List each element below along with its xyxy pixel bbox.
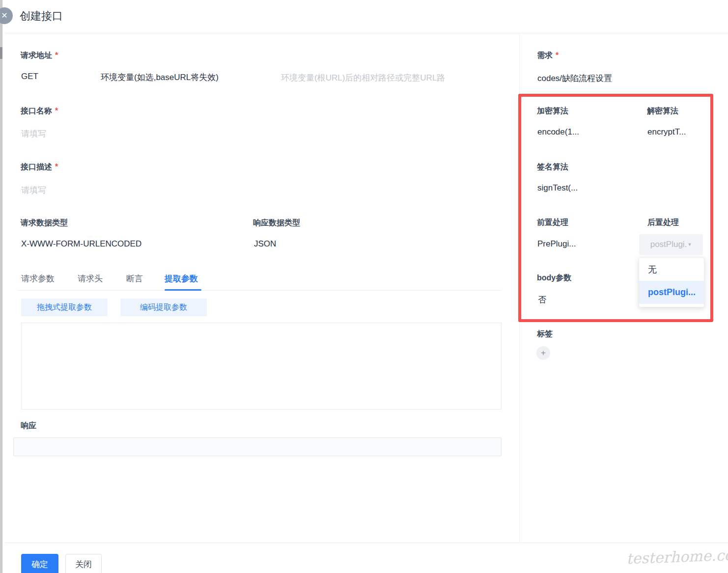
api-name-input[interactable]: 请填写 [21, 128, 46, 139]
column-divider [519, 33, 520, 543]
response-data-type-select[interactable]: JSON [254, 239, 276, 249]
drawer-panel: ✕ 创建接口 请求地址* GET 环境变量(如选,baseURL将失效) 环境变… [2, 0, 728, 573]
tab-extract-params[interactable]: 提取参数 [165, 273, 198, 284]
dropdown-option-none[interactable]: 无 [639, 258, 704, 281]
required-asterisk: * [55, 107, 58, 115]
signature-select[interactable]: signTest(... [537, 183, 578, 193]
dropdown-option-postplugin[interactable]: postPlugi... [639, 281, 704, 304]
post-process-selected-text: postPlugi. [650, 240, 687, 249]
response-label: 响应 [21, 421, 36, 431]
body-param-label: body参数 [537, 273, 571, 283]
page-title: 创建接口 [20, 9, 63, 24]
close-icon[interactable]: ✕ [0, 7, 13, 24]
signature-label: 签名算法 [537, 162, 568, 172]
create-api-dialog: ✕ 创建接口 请求地址* GET 环境变量(如选,baseURL将失效) 环境变… [0, 0, 728, 573]
decryption-label: 解密算法 [647, 106, 678, 116]
post-process-dropdown: 无 postPlugi... [639, 257, 704, 307]
request-url-label: 请求地址* [21, 51, 58, 61]
header-divider [5, 33, 728, 33]
add-tag-icon[interactable]: + [536, 346, 550, 360]
required-asterisk: * [55, 51, 58, 59]
post-process-select[interactable]: postPlugi. ▼ [639, 234, 703, 255]
response-input[interactable] [13, 437, 502, 456]
required-asterisk: * [556, 51, 559, 59]
decryption-select[interactable]: encryptT... [647, 127, 686, 137]
pre-process-select[interactable]: PrePlugi... [537, 239, 576, 249]
required-asterisk: * [55, 163, 58, 171]
requirement-select[interactable]: codes/缺陷流程设置 [537, 73, 612, 84]
tab-assertions[interactable]: 断言 [126, 273, 143, 284]
footer-divider [5, 543, 728, 543]
encode-extract-button[interactable]: 编码提取参数 [120, 299, 207, 316]
tab-baseline [17, 290, 502, 291]
request-data-type-select[interactable]: X-WWW-FORM-URLENCODED [21, 239, 141, 249]
post-process-label: 后置处理 [647, 218, 679, 228]
request-data-type-label: 请求数据类型 [21, 218, 68, 228]
extract-params-area[interactable] [21, 323, 502, 409]
method-select[interactable]: GET [21, 72, 38, 82]
api-desc-input[interactable]: 请填写 [21, 185, 46, 196]
requirement-label: 需求* [537, 51, 559, 61]
tab-request-params[interactable]: 请求参数 [21, 273, 55, 284]
api-desc-label: 接口描述* [21, 162, 58, 172]
env-variable-select[interactable]: 环境变量(如选,baseURL将失效) [101, 72, 219, 83]
drag-extract-button[interactable]: 拖拽式提取参数 [21, 299, 108, 316]
tags-label: 标签 [537, 329, 553, 339]
encryption-label: 加密算法 [537, 106, 568, 116]
confirm-button[interactable]: 确定 [21, 554, 58, 573]
close-button[interactable]: 关闭 [65, 554, 102, 573]
chevron-down-icon: ▼ [687, 242, 692, 247]
pre-process-label: 前置处理 [537, 218, 568, 228]
encryption-select[interactable]: encode(1... [537, 127, 579, 137]
response-data-type-label: 响应数据类型 [253, 218, 300, 228]
body-param-select[interactable]: 否 [538, 294, 546, 305]
watermark: testerhome.com [626, 546, 728, 568]
url-path-input[interactable]: 环境变量(根URL)后的相对路径或完整URL路 [281, 72, 461, 83]
active-tab-indicator [165, 289, 201, 291]
tab-request-headers[interactable]: 请求头 [78, 273, 103, 284]
api-name-label: 接口名称* [21, 106, 58, 116]
